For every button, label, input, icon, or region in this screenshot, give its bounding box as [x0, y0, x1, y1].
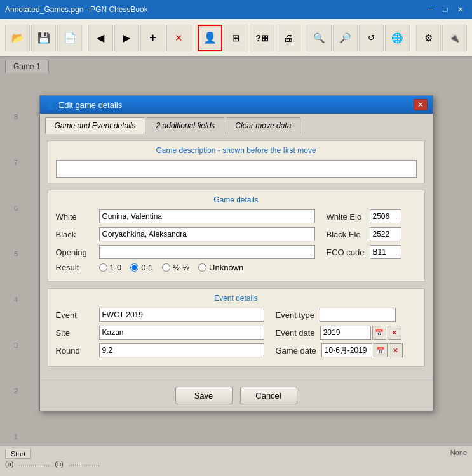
opening-row: Opening ECO code [56, 245, 417, 259]
opening-input[interactable] [99, 245, 315, 259]
maximize-button[interactable]: □ [439, 3, 452, 16]
open-button[interactable]: 📂 [5, 25, 30, 51]
result-label: Result [56, 263, 94, 272]
board-button[interactable]: ⊞ [224, 25, 248, 51]
tab-additional[interactable]: 2 additional fields [147, 117, 225, 134]
status-a-label: (a) [5, 460, 13, 468]
status-row-1: Start None [5, 449, 467, 459]
dialog-titlebar: 👤 Edit game details ✕ [40, 96, 433, 114]
search3-button[interactable]: ↺ [359, 25, 384, 51]
window-title: Annotated_Games.pgn - PGN ChessBook [5, 5, 148, 14]
description-input[interactable] [56, 160, 417, 178]
tab-game-event[interactable]: Game and Event details [45, 117, 145, 134]
result-radio-group: 1-0 0-1 ½-½ [99, 263, 244, 272]
modal-overlay: 👤 Edit game details ✕ Game and Event det… [0, 57, 472, 476]
white-label: White [56, 212, 94, 221]
status-b-dots: ................ [69, 460, 100, 468]
globe-button[interactable]: 🌐 [385, 25, 410, 51]
site-row: Site Event date 📅 ✕ [56, 326, 417, 340]
event-type-label: Event type [276, 310, 314, 320]
game-details-section: Game details White White Elo Black Black… [48, 190, 425, 282]
settings-button[interactable]: ⚙ [416, 25, 441, 51]
game-date-label: Game date [276, 346, 316, 355]
search2-button[interactable]: 🔎 [333, 25, 358, 51]
add-button[interactable]: + [140, 25, 165, 51]
event-date-group: 📅 ✕ [320, 326, 401, 340]
save-file-button[interactable]: 💾 [31, 25, 56, 51]
black-elo-label: Black Elo [327, 230, 365, 239]
event-details-section: Event details Event Event type Site Even… [48, 288, 425, 367]
result-row: Result 1-0 0-1 [56, 263, 417, 272]
status-right: None [450, 449, 467, 459]
game-date-group: 📅 ✕ [321, 343, 403, 357]
status-row-2: (a) ................ (b) ...............… [5, 460, 467, 468]
black-label: Black [56, 230, 94, 239]
forward-button[interactable]: ▶ [114, 25, 139, 51]
title-bar: Annotated_Games.pgn - PGN ChessBook ─ □ … [0, 0, 472, 19]
dialog-tabs: Game and Event details 2 additional fiel… [40, 114, 433, 134]
game-details-title: Game details [56, 195, 417, 204]
event-input[interactable] [99, 308, 264, 322]
close-window-button[interactable]: ✕ [454, 3, 467, 16]
print-button[interactable]: 🖨 [276, 25, 300, 51]
new-button[interactable]: 📄 [57, 25, 82, 51]
site-label: Site [56, 328, 94, 338]
game-date-calendar-btn[interactable]: 📅 [374, 343, 388, 357]
help-button[interactable]: ?⊞ [250, 25, 274, 51]
minimize-button[interactable]: ─ [424, 3, 436, 16]
result-unknown[interactable]: Unknown [198, 263, 243, 272]
round-input[interactable] [99, 343, 264, 357]
edit-game-dialog: 👤 Edit game details ✕ Game and Event det… [39, 95, 433, 411]
start-button[interactable]: Start [5, 449, 31, 459]
event-date-clear-btn[interactable]: ✕ [388, 326, 401, 340]
dialog-close-button[interactable]: ✕ [414, 99, 428, 110]
opening-label: Opening [56, 248, 94, 257]
black-row: Black Black Elo [56, 227, 417, 241]
eco-input[interactable] [370, 245, 401, 259]
plugin-button[interactable]: 🔌 [442, 25, 467, 51]
dialog-footer: Save Cancel [40, 380, 433, 411]
game-date-clear-btn[interactable]: ✕ [389, 343, 403, 357]
result-0-1[interactable]: 0-1 [130, 263, 153, 272]
dialog-content: Game description - shown before the firs… [40, 134, 433, 380]
delete-button[interactable]: ✕ [166, 25, 191, 51]
white-row: White White Elo [56, 209, 417, 223]
save-button[interactable]: Save [175, 387, 233, 404]
event-date-label: Event date [276, 328, 315, 338]
app-area: Game 1 8 7 6 5 4 3 2 1 👤 Edit game detai… [0, 57, 472, 476]
dialog-title: 👤 Edit game details [45, 100, 123, 110]
eco-label: ECO code [327, 248, 365, 257]
game-date-input[interactable] [321, 343, 372, 357]
back-button[interactable]: ◀ [88, 25, 113, 51]
result-half[interactable]: ½-½ [162, 263, 189, 272]
event-date-input[interactable] [320, 326, 371, 340]
dialog-title-icon: 👤 [45, 100, 55, 110]
status-b-label: (b) [55, 460, 63, 468]
description-section: Game description - shown before the firs… [48, 140, 425, 183]
cancel-button[interactable]: Cancel [240, 387, 297, 404]
event-date-calendar-btn[interactable]: 📅 [372, 326, 386, 340]
round-row: Round Game date 📅 ✕ [56, 343, 417, 357]
white-elo-label: White Elo [327, 212, 365, 221]
event-label: Event [56, 310, 94, 320]
event-details-title: Event details [56, 294, 417, 303]
search1-button[interactable]: 🔍 [307, 25, 332, 51]
tab-clear-move[interactable]: Clear move data [226, 117, 300, 134]
event-type-input[interactable] [320, 308, 396, 322]
description-title: Game description - shown before the firs… [56, 146, 417, 155]
black-elo-input[interactable] [370, 227, 401, 241]
result-1-0[interactable]: 1-0 [99, 263, 122, 272]
white-input[interactable] [99, 209, 315, 223]
round-label: Round [56, 346, 94, 355]
edit-game-button[interactable]: 👤 [198, 25, 222, 51]
black-input[interactable] [99, 227, 315, 241]
white-elo-input[interactable] [370, 209, 401, 223]
event-row: Event Event type [56, 308, 417, 322]
status-a-dots: ................ [18, 460, 50, 468]
toolbar: 📂 💾 📄 ◀ ▶ + ✕ 👤 ⊞ ?⊞ 🖨 🔍 🔎 ↺ 🌐 ⚙ 🔌 [0, 19, 472, 57]
status-bar: Start None (a) ................ (b) ....… [0, 446, 472, 476]
window-controls: ─ □ ✕ [424, 3, 467, 16]
site-input[interactable] [99, 326, 264, 340]
